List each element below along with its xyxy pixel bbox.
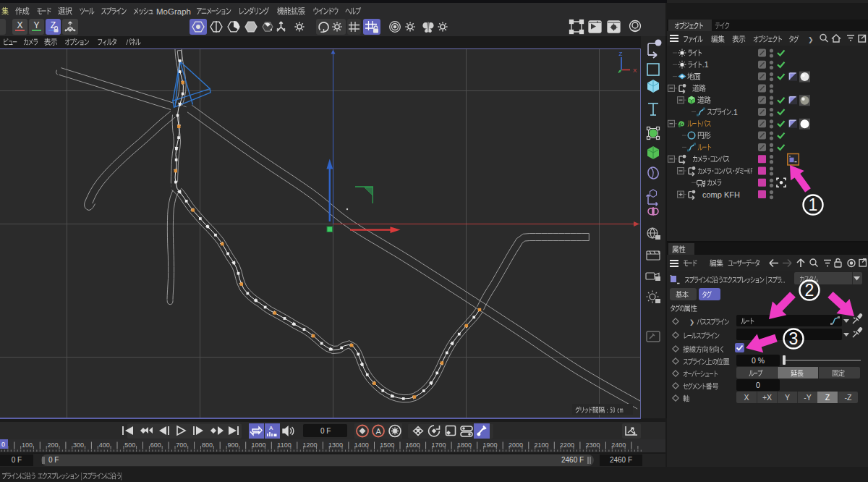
svg-text:1: 1 <box>809 195 818 214</box>
svg-text:3: 3 <box>789 329 799 348</box>
svg-text:2: 2 <box>805 281 814 300</box>
